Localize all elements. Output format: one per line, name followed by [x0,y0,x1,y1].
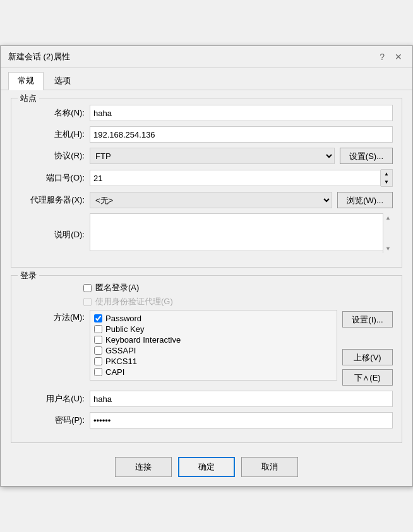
method-item-publickey: Public Key [94,324,333,334]
station-section: 站点 名称(N): 主机(H): 协议(R): FTP [11,98,402,268]
desc-row: 说明(D): ▲ ▼ [20,213,393,253]
method-gssapi-label: GSSAPI [105,346,136,355]
password-row: 密码(P): [20,412,393,429]
method-area: Password Public Key Keyboard Interactive [90,310,393,386]
desc-control: ▲ ▼ [90,213,393,253]
proxy-auth-label: 使用身份验证代理(G) [95,296,173,307]
host-label: 主机(H): [20,129,90,140]
desc-textarea[interactable] [90,213,393,251]
cancel-button[interactable]: 取消 [241,457,298,477]
title-bar-controls: ? ✕ [377,52,405,62]
protocol-settings-button[interactable]: 设置(S)... [340,148,393,164]
protocol-row: 协议(R): FTP SFTP SCP 设置(S)... [20,148,393,164]
protocol-control: FTP SFTP SCP 设置(S)... [90,148,393,164]
method-label: 方法(M): [20,310,90,323]
content: 站点 名称(N): 主机(H): 协议(R): FTP [1,90,412,451]
password-input[interactable] [90,412,393,429]
proxy-control: <无> 浏览(W)... [90,192,393,208]
username-control [90,391,393,407]
connect-button[interactable]: 连接 [115,457,172,477]
method-capi-checkbox[interactable] [94,368,102,376]
password-control [90,412,393,429]
name-input[interactable] [90,105,393,121]
scroll-up-arrow[interactable]: ▲ [385,213,391,221]
method-buttons: 设置(I)... 上移(V) 下∧(E) [342,310,393,386]
port-spinner: ▲ ▼ [381,169,393,187]
tab-general[interactable]: 常规 [8,72,44,90]
name-label: 名称(N): [20,107,90,119]
port-input[interactable] [90,170,381,186]
method-gssapi-checkbox[interactable] [94,346,102,355]
protocol-label: 协议(R): [20,150,90,162]
method-keyboard-label: Keyboard Interactive [105,335,181,345]
method-keyboard-checkbox[interactable] [94,336,102,344]
anon-row: 匿名登录(A) [83,282,393,293]
title-bar: 新建会话 (2)属性 ? ✕ [1,46,412,68]
method-item-pkcs11: PKCS11 [94,356,333,367]
method-settings-button[interactable]: 设置(I)... [342,311,393,328]
method-publickey-checkbox[interactable] [94,325,102,333]
port-label: 端口号(O): [20,172,90,184]
method-item-gssapi: GSSAPI [94,345,333,356]
method-item-capi: CAPI [94,367,333,377]
port-row: 端口号(O): ▲ ▼ [20,169,393,187]
method-item-keyboard: Keyboard Interactive [94,334,333,345]
move-up-button[interactable]: 上移(V) [342,349,393,365]
desc-wrapper: ▲ ▼ [90,213,393,253]
scroll-down-arrow[interactable]: ▼ [385,245,391,253]
host-row: 主机(H): [20,126,393,143]
name-control [90,105,393,121]
help-button[interactable]: ? [377,52,387,62]
proxy-select[interactable]: <无> [90,192,332,208]
proxy-auth-row: 使用身份验证代理(G) [83,296,393,307]
anon-checkbox[interactable] [83,284,92,292]
tabs: 常规 选项 [1,68,412,90]
proxy-auth-checkbox[interactable] [83,298,92,306]
username-label: 用户名(U): [20,393,90,405]
desc-scrollbar[interactable]: ▲ ▼ [383,213,393,253]
port-up-button[interactable]: ▲ [381,170,392,178]
method-list: Password Public Key Keyboard Interactive [90,310,337,381]
method-publickey-label: Public Key [105,324,144,334]
dialog: 新建会话 (2)属性 ? ✕ 常规 选项 站点 名称(N): [0,45,413,487]
close-button[interactable]: ✕ [392,52,405,62]
host-input[interactable] [90,126,393,143]
anon-label[interactable]: 匿名登录(A) [95,282,139,293]
method-capi-label: CAPI [105,367,124,377]
method-pkcs11-label: PKCS11 [105,357,137,366]
username-input[interactable] [90,391,393,407]
port-control: ▲ ▼ [90,169,393,187]
login-section: 登录 匿名登录(A) 使用身份验证代理(G) 方法(M): Passwor [11,275,402,443]
password-label: 密码(P): [20,415,90,426]
method-password-label: Password [105,314,141,323]
method-row: 方法(M): Password Public Key K [20,310,393,386]
ok-button[interactable]: 确定 [178,457,235,477]
proxy-row: 代理服务器(X): <无> 浏览(W)... [20,192,393,208]
move-down-button[interactable]: 下∧(E) [342,369,393,386]
login-section-title: 登录 [18,270,39,281]
footer: 连接 确定 取消 [1,451,412,486]
proxy-label: 代理服务器(X): [20,194,90,206]
dialog-title: 新建会话 (2)属性 [8,51,70,62]
method-password-checkbox[interactable] [94,314,102,322]
browse-button[interactable]: 浏览(W)... [337,192,393,208]
desc-label: 说明(D): [20,227,90,240]
tab-options[interactable]: 选项 [45,72,80,90]
name-row: 名称(N): [20,105,393,121]
host-control [90,126,393,143]
station-section-title: 站点 [18,93,39,104]
method-item-password: Password [94,313,333,324]
port-down-button[interactable]: ▼ [381,178,392,186]
username-row: 用户名(U): [20,391,393,407]
protocol-select[interactable]: FTP SFTP SCP [90,148,335,164]
method-pkcs11-checkbox[interactable] [94,357,102,365]
